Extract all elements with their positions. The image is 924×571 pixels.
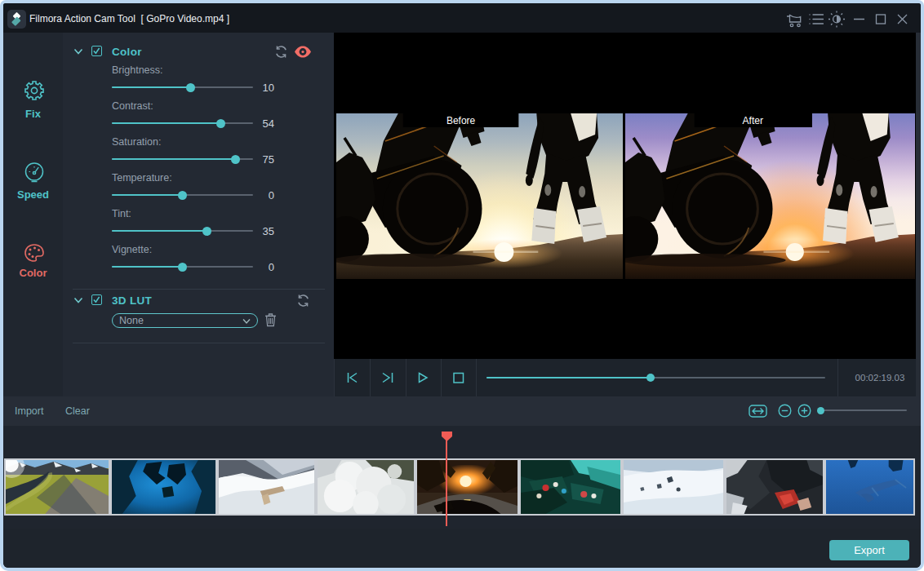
svg-text:After: After bbox=[743, 115, 764, 126]
svg-text:Before: Before bbox=[446, 115, 476, 126]
